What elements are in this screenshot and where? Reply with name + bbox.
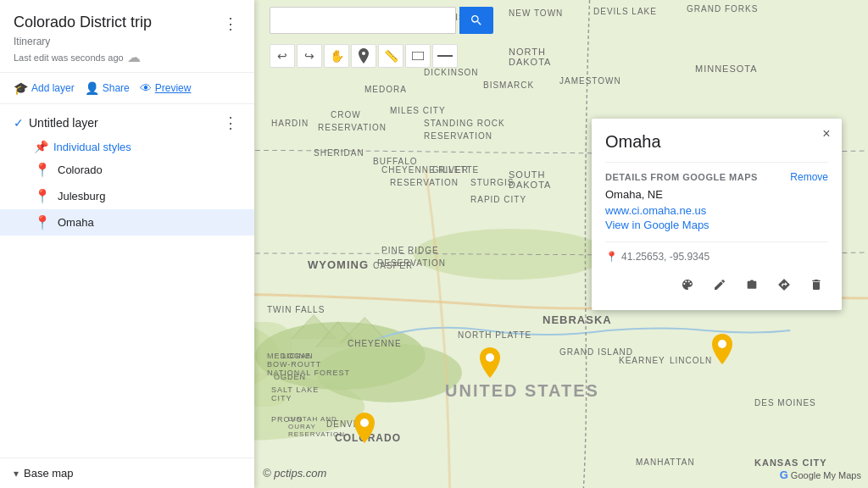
omaha-pin-icon: 📍 <box>34 214 51 230</box>
popup-view-in-gmaps-link[interactable]: View in Google Maps <box>605 219 828 231</box>
watermark: © pctips.com <box>263 467 326 480</box>
layer-title-group: ✓ Untitled layer <box>14 116 98 130</box>
omaha-label: Omaha <box>58 216 94 229</box>
search-input[interactable] <box>270 7 456 34</box>
svg-rect-9 <box>437 55 453 57</box>
popup-title: Omaha <box>605 132 828 152</box>
add-layer-label: Add layer <box>31 82 75 94</box>
svg-rect-8 <box>412 52 424 60</box>
share-button[interactable]: 👤 Share <box>85 81 130 95</box>
search-button[interactable] <box>459 7 493 34</box>
undo-button[interactable]: ↩ <box>270 44 295 68</box>
popup-style-icon[interactable] <box>676 273 699 297</box>
location-item-omaha[interactable]: 📍 Omaha <box>0 209 254 236</box>
svg-point-12 <box>718 340 726 348</box>
svg-point-11 <box>486 353 494 362</box>
top-bar <box>263 7 868 34</box>
base-map-arrow-icon: ▾ <box>14 468 19 480</box>
popup-details-header: Details from Google Maps Remove <box>605 171 828 183</box>
panel-actions: 🎓 Add layer 👤 Share 👁 Preview <box>0 73 254 104</box>
shape-button[interactable] <box>405 44 431 68</box>
location-item-colorado[interactable]: 📍 Colorado <box>0 157 254 183</box>
add-layer-button[interactable]: 🎓 Add layer <box>14 81 75 95</box>
colorado-label: Colorado <box>58 164 103 176</box>
preview-button[interactable]: 👁 Preview <box>140 81 192 95</box>
coords-text: 41.25653, -95.9345 <box>621 251 709 263</box>
julesburg-pin-icon: 📍 <box>34 188 51 204</box>
panel-header: Colorado District trip ⋮ Itinerary Last … <box>0 0 254 73</box>
popup-address: Omaha, NE <box>605 188 828 201</box>
map-subtitle: Itinerary <box>14 36 241 47</box>
share-icon: 👤 <box>85 81 99 95</box>
panel-title-row: Colorado District trip ⋮ <box>14 14 241 34</box>
line-tool-button[interactable] <box>432 44 458 68</box>
base-map-section[interactable]: ▾ Base map <box>0 458 254 488</box>
more-menu-button[interactable]: ⋮ <box>220 14 241 34</box>
colorado-pin-icon: 📍 <box>34 162 51 178</box>
gmaps-credit-text: Google My Maps <box>791 470 861 480</box>
line-button[interactable]: 📏 <box>378 44 403 68</box>
google-maps-credit: G Google My Maps <box>780 469 861 481</box>
popup-divider <box>605 162 828 163</box>
map-toolbar: ↩ ↪ ✋ 📏 <box>263 41 465 71</box>
popup-close-button[interactable]: × <box>818 125 835 142</box>
popup-actions-row <box>605 273 828 297</box>
popup-directions-icon[interactable] <box>772 273 796 297</box>
last-edit-text: Last edit was seconds ago <box>14 53 124 63</box>
popup-remove-button[interactable]: Remove <box>790 171 828 183</box>
popup-website-link[interactable]: www.ci.omaha.ne.us <box>605 204 828 217</box>
preview-icon: 👁 <box>140 81 152 95</box>
individual-styles-label: Individual styles <box>53 141 131 153</box>
marker-button[interactable] <box>351 44 376 68</box>
redo-button[interactable]: ↪ <box>297 44 322 68</box>
preview-label: Preview <box>155 82 192 94</box>
google-g-logo: G <box>780 469 788 481</box>
add-layer-icon: 🎓 <box>14 81 28 95</box>
julesburg-label: Julesburg <box>58 190 105 202</box>
hand-tool-button[interactable]: ✋ <box>324 44 349 68</box>
popup-coordinates: 📍 41.25653, -95.9345 <box>605 251 828 263</box>
layer-name: Untitled layer <box>29 116 98 130</box>
layer-more-button[interactable]: ⋮ <box>220 113 241 133</box>
layer-checkbox[interactable]: ✓ <box>14 116 24 130</box>
individual-styles-icon: 📌 <box>34 140 48 153</box>
cloud-icon: ☁ <box>127 49 141 65</box>
svg-point-5 <box>316 343 462 402</box>
map-title: Colorado District trip <box>14 14 152 32</box>
location-item-julesburg[interactable]: 📍 Julesburg <box>0 183 254 209</box>
popup-divider2 <box>605 241 828 242</box>
popup-camera-icon[interactable] <box>740 273 764 297</box>
last-edit: Last edit was seconds ago ☁ <box>14 49 241 65</box>
left-panel: Colorado District trip ⋮ Itinerary Last … <box>0 0 254 488</box>
individual-styles-row[interactable]: 📌 Individual styles <box>0 136 254 157</box>
layer-header: ✓ Untitled layer ⋮ <box>0 104 254 136</box>
share-label: Share <box>103 82 130 94</box>
info-popup: × Omaha Details from Google Maps Remove … <box>592 119 842 310</box>
popup-details-label: Details from Google Maps <box>605 172 758 182</box>
layers-section: ✓ Untitled layer ⋮ 📌 Individual styles 📍… <box>0 104 254 458</box>
popup-delete-icon[interactable] <box>804 273 828 297</box>
popup-edit-icon[interactable] <box>708 273 732 297</box>
svg-point-10 <box>360 419 369 427</box>
coords-pin-icon: 📍 <box>605 251 618 263</box>
base-map-label: Base map <box>24 467 74 480</box>
